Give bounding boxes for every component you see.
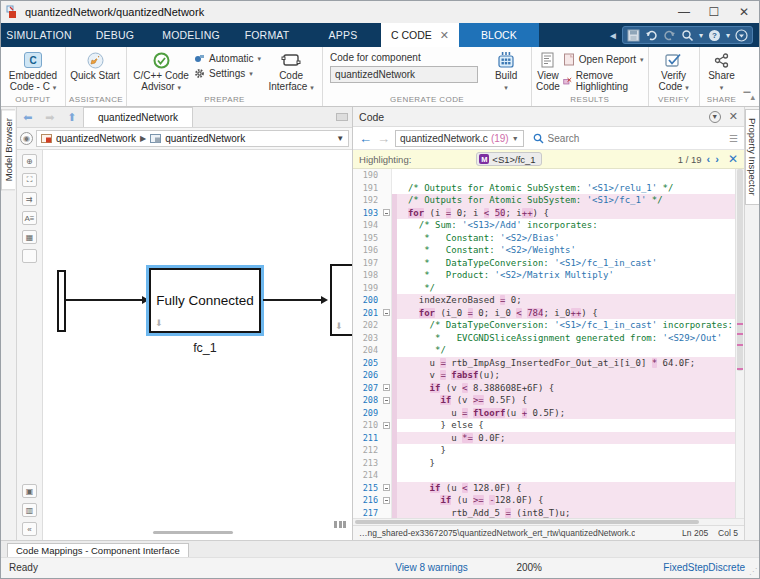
next-highlight-icon[interactable]: › bbox=[715, 153, 719, 165]
quick-access-collapse-icon[interactable]: ◄ bbox=[608, 30, 618, 41]
model-browser-tab[interactable]: Model Browser bbox=[1, 109, 15, 190]
code-line[interactable]: 206 v = fabsf(u); bbox=[353, 369, 735, 382]
code-line[interactable]: 210 } else { bbox=[353, 419, 735, 432]
save-icon[interactable] bbox=[627, 29, 640, 42]
code-line[interactable]: 199 */ bbox=[353, 282, 735, 295]
tab-simulation[interactable]: SIMULATION bbox=[1, 23, 77, 47]
build-button[interactable]: Build▾ bbox=[484, 49, 528, 93]
fold-icon[interactable] bbox=[383, 422, 390, 429]
highlight-badge[interactable]: M <S1>/fc_1 bbox=[476, 152, 541, 166]
pane-close-icon[interactable]: ✕ bbox=[729, 110, 738, 123]
code-vscrollbar[interactable] bbox=[735, 169, 744, 518]
upstream-block[interactable] bbox=[57, 270, 66, 332]
code-line[interactable]: 209 u = floorf(u + 0.5F); bbox=[353, 407, 735, 420]
screenshot-icon[interactable]: ▣ bbox=[22, 484, 37, 498]
back-icon[interactable]: ⬅ bbox=[17, 107, 39, 127]
code-line[interactable]: 201 for (i_0 = 0; i_0 < 784; i_0++) { bbox=[353, 307, 735, 320]
model-canvas[interactable]: Fully Connected ⬇ fc_1 ⬇ bbox=[43, 150, 352, 540]
fold-icon[interactable] bbox=[383, 309, 390, 316]
search-input[interactable] bbox=[548, 133, 720, 144]
undo-icon[interactable] bbox=[645, 29, 658, 42]
maximize-button[interactable]: ☐ bbox=[699, 1, 729, 23]
view-code-button[interactable]: View Code bbox=[535, 49, 561, 92]
code-mappings-tab[interactable]: Code Mappings - Component Interface bbox=[7, 543, 189, 557]
breadcrumb-options-icon[interactable]: ◉ bbox=[20, 132, 33, 145]
breadcrumb-item[interactable]: quantizedNetwork bbox=[165, 133, 245, 144]
view-warnings-link[interactable]: View 8 warnings bbox=[395, 562, 468, 573]
search-icon[interactable] bbox=[681, 29, 694, 42]
tab-modeling[interactable]: MODELING bbox=[153, 23, 229, 47]
zoom-in-icon[interactable]: ⊕ bbox=[22, 154, 37, 168]
code-line[interactable]: 208 if (v >= 0.5F) { bbox=[353, 394, 735, 407]
minimize-button[interactable]: — bbox=[669, 1, 699, 23]
settings-button[interactable]: Settings ▾ bbox=[194, 68, 261, 79]
code-line[interactable]: 207 if (v < 8.388608E+6F) { bbox=[353, 382, 735, 395]
quick-start-button[interactable]: Quick Start bbox=[69, 49, 121, 81]
code-back-icon[interactable]: ← bbox=[359, 131, 372, 146]
tab-close-icon[interactable]: ✕ bbox=[440, 29, 449, 42]
code-forward-icon[interactable]: → bbox=[377, 131, 390, 146]
close-button[interactable]: ✕ bbox=[729, 1, 759, 23]
dock-icon[interactable] bbox=[336, 113, 348, 121]
editor-tab[interactable]: quantizedNetwork bbox=[83, 107, 193, 127]
downstream-block[interactable]: ⬇ bbox=[330, 264, 352, 336]
collapse-palette-icon[interactable]: « bbox=[22, 522, 37, 536]
code-line[interactable]: 194 /* Sum: '<S13>/Add' incorporates: bbox=[353, 219, 735, 232]
share-button[interactable]: Share▾ bbox=[703, 49, 741, 93]
file-selector[interactable]: quantizedNetwork.c (19) ▼ bbox=[395, 130, 524, 147]
clear-highlight-icon[interactable]: ✕ bbox=[728, 152, 738, 166]
code-line[interactable]: 212 } bbox=[353, 444, 735, 457]
pane-menu-icon[interactable]: ▼ bbox=[709, 111, 721, 123]
code-line[interactable]: 198 * Product: '<S2>/Matrix Multiply' bbox=[353, 269, 735, 282]
resize-grip-icon[interactable]: ⋰ bbox=[749, 567, 757, 576]
code-line[interactable]: 203 * EVCGNDSliceAssignment generated fr… bbox=[353, 332, 735, 345]
tab-apps[interactable]: APPS bbox=[305, 23, 381, 47]
code-line[interactable]: 192 /* Outputs for Atomic SubSystem: '<S… bbox=[353, 194, 735, 207]
open-report-button[interactable]: Open Report ▾ bbox=[563, 53, 645, 66]
code-advisor-button[interactable]: C/C++ Code Advisor ▾ bbox=[130, 49, 192, 93]
annotation-icon[interactable]: A≡ bbox=[22, 211, 37, 225]
code-line[interactable]: 215 if (u < 128.0F) { bbox=[353, 482, 735, 495]
help-dropdown-icon[interactable]: ▾ bbox=[726, 31, 730, 40]
tab-debug[interactable]: DEBUG bbox=[77, 23, 153, 47]
code-line[interactable]: 217 rtb_Add_5 = (int8_T)u; bbox=[353, 507, 735, 519]
subsystem-image-icon[interactable]: ▦ bbox=[22, 230, 37, 244]
help-icon[interactable]: ? bbox=[708, 29, 721, 42]
redo-icon[interactable] bbox=[663, 29, 676, 42]
code-hscrollbar[interactable] bbox=[353, 518, 744, 525]
up-icon[interactable]: ⬆ bbox=[61, 107, 83, 127]
code-line[interactable]: 204 */ bbox=[353, 344, 735, 357]
minimize-toolstrip-icon[interactable] bbox=[735, 29, 748, 42]
remove-highlighting-button[interactable]: Remove Highlighting bbox=[563, 70, 645, 92]
fold-icon[interactable] bbox=[383, 384, 390, 391]
forward-icon[interactable]: ➡ bbox=[39, 107, 61, 127]
code-line[interactable]: 196 * Constant: '<S2>/Weights' bbox=[353, 244, 735, 257]
code-line[interactable]: 214 bbox=[353, 469, 735, 482]
code-line[interactable]: 190 bbox=[353, 169, 735, 182]
tab-format[interactable]: FORMAT bbox=[229, 23, 305, 47]
breadcrumb-item[interactable]: quantizedNetwork bbox=[56, 133, 136, 144]
fit-to-view-icon[interactable]: ⛶ bbox=[22, 173, 37, 187]
code-editor[interactable]: 190191 /* Outputs for Atomic SubSystem: … bbox=[353, 169, 735, 518]
code-line[interactable]: 195 * Constant: '<S2>/Bias' bbox=[353, 232, 735, 245]
code-line[interactable]: 216 if (u >= -128.0F) { bbox=[353, 494, 735, 507]
code-line[interactable]: 197 * DataTypeConversion: '<S1>/fc_1_in_… bbox=[353, 257, 735, 270]
fold-icon[interactable] bbox=[383, 209, 390, 216]
prev-highlight-icon[interactable]: ‹ bbox=[707, 153, 711, 165]
route-signals-icon[interactable]: ⇉ bbox=[22, 192, 37, 206]
breadcrumb-dropdown-icon[interactable]: ▼ bbox=[336, 134, 344, 143]
embedded-code-button[interactable]: C Embedded Code - C ▾ bbox=[4, 49, 62, 93]
code-line[interactable]: 205 u = rtb_ImpAsg_InsertedFor_Out_at_i[… bbox=[353, 357, 735, 370]
signal-wire[interactable] bbox=[66, 299, 144, 301]
fully-connected-block[interactable]: Fully Connected ⬇ bbox=[149, 268, 261, 333]
code-line[interactable]: 213 } bbox=[353, 457, 735, 470]
automatic-button[interactable]: Automatic ▾ bbox=[194, 53, 261, 64]
canvas-resize-grip[interactable] bbox=[334, 521, 346, 528]
fold-icon[interactable] bbox=[383, 397, 390, 404]
canvas-scrollbar[interactable] bbox=[153, 531, 233, 534]
fold-icon[interactable] bbox=[383, 484, 390, 491]
verify-code-button[interactable]: Verify Code ▾ bbox=[652, 49, 696, 93]
code-line[interactable]: 200 indexZeroBased = 0; bbox=[353, 294, 735, 307]
block-badge-icon[interactable]: ⬇ bbox=[155, 319, 163, 328]
solver-name[interactable]: FixedStepDiscrete bbox=[663, 562, 745, 573]
